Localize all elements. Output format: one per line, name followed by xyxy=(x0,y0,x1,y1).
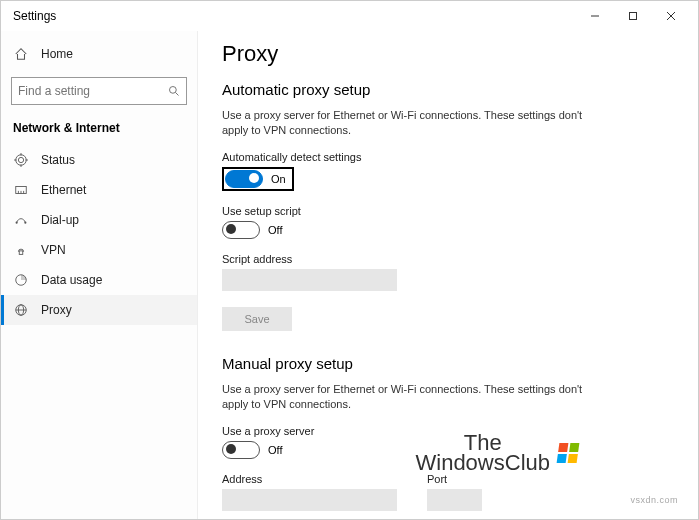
sidebar-item-vpn[interactable]: VPN xyxy=(1,235,197,265)
script-address-label: Script address xyxy=(222,253,668,265)
port-input[interactable] xyxy=(427,489,482,511)
auto-detect-label: Automatically detect settings xyxy=(222,151,668,163)
use-proxy-toggle[interactable] xyxy=(222,441,260,459)
svg-point-16 xyxy=(16,222,18,224)
use-script-label: Use setup script xyxy=(222,205,668,217)
sidebar-item-datausage[interactable]: Data usage xyxy=(1,265,197,295)
minimize-icon xyxy=(590,11,600,21)
sidebar-section-header: Network & Internet xyxy=(1,117,197,145)
address-input[interactable] xyxy=(222,489,397,511)
home-label: Home xyxy=(41,47,73,61)
svg-point-6 xyxy=(16,155,27,166)
sidebar-item-label: Status xyxy=(41,153,75,167)
maximize-icon xyxy=(628,11,638,21)
sidebar-item-status[interactable]: Status xyxy=(1,145,197,175)
titlebar: Settings xyxy=(1,1,698,31)
close-button[interactable] xyxy=(652,2,690,30)
use-proxy-label: Use a proxy server xyxy=(222,425,668,437)
main-content: Proxy Automatic proxy setup Use a proxy … xyxy=(198,31,698,519)
sidebar-item-ethernet[interactable]: Ethernet xyxy=(1,175,197,205)
sidebar-item-dialup[interactable]: Dial-up xyxy=(1,205,197,235)
svg-point-17 xyxy=(24,222,26,224)
search-box[interactable] xyxy=(11,77,187,105)
address-label: Address xyxy=(222,473,397,485)
script-address-input[interactable] xyxy=(222,269,397,291)
use-script-toggle[interactable] xyxy=(222,221,260,239)
ethernet-icon xyxy=(13,182,29,198)
auto-section-title: Automatic proxy setup xyxy=(222,81,668,98)
dialup-icon xyxy=(13,212,29,228)
use-proxy-state: Off xyxy=(268,444,282,456)
svg-rect-18 xyxy=(19,251,23,255)
window-title: Settings xyxy=(9,9,576,23)
vpn-icon xyxy=(13,242,29,258)
sidebar-item-label: Dial-up xyxy=(41,213,79,227)
window-controls xyxy=(576,2,690,30)
auto-detect-toggle-highlight: On xyxy=(222,167,294,191)
auto-section-desc: Use a proxy server for Ethernet or Wi-Fi… xyxy=(222,108,602,139)
close-icon xyxy=(666,11,676,21)
datausage-icon xyxy=(13,272,29,288)
svg-line-5 xyxy=(176,93,179,96)
sidebar-item-label: Proxy xyxy=(41,303,72,317)
port-label: Port xyxy=(427,473,482,485)
search-input[interactable] xyxy=(18,84,168,98)
proxy-icon xyxy=(13,302,29,318)
status-icon xyxy=(13,152,29,168)
sidebar-item-proxy[interactable]: Proxy xyxy=(1,295,197,325)
manual-section-title: Manual proxy setup xyxy=(222,355,668,372)
svg-rect-1 xyxy=(630,13,637,20)
sidebar-item-label: VPN xyxy=(41,243,66,257)
home-nav[interactable]: Home xyxy=(1,39,197,69)
page-title: Proxy xyxy=(222,41,668,67)
sidebar: Home Network & Internet Status Ethernet … xyxy=(1,31,198,519)
sidebar-item-label: Data usage xyxy=(41,273,102,287)
search-icon xyxy=(168,84,180,98)
minimize-button[interactable] xyxy=(576,2,614,30)
svg-point-4 xyxy=(170,87,177,94)
manual-section-desc: Use a proxy server for Ethernet or Wi-Fi… xyxy=(222,382,602,413)
use-script-state: Off xyxy=(268,224,282,236)
home-icon xyxy=(13,46,29,62)
auto-detect-state: On xyxy=(271,173,286,185)
auto-detect-toggle[interactable] xyxy=(225,170,263,188)
maximize-button[interactable] xyxy=(614,2,652,30)
save-button[interactable]: Save xyxy=(222,307,292,331)
svg-point-7 xyxy=(18,157,23,162)
sidebar-item-label: Ethernet xyxy=(41,183,86,197)
